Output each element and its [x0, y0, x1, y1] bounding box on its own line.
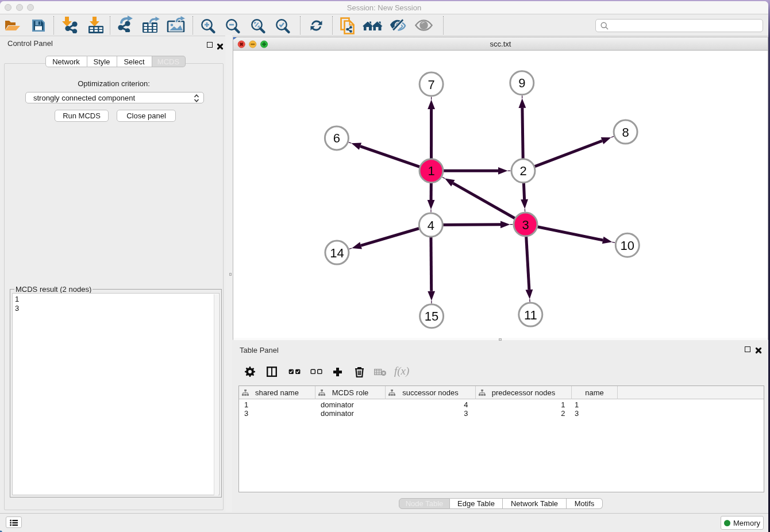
svg-text:14: 14	[330, 246, 344, 260]
svg-text:2: 2	[519, 164, 526, 178]
svg-text:3: 3	[522, 218, 529, 232]
svg-text:1: 1	[428, 164, 434, 178]
svg-text:11: 11	[524, 308, 537, 322]
svg-text:6: 6	[333, 131, 340, 145]
svg-text:15: 15	[425, 309, 438, 323]
svg-text:9: 9	[518, 76, 525, 90]
svg-text:10: 10	[621, 238, 634, 253]
svg-text:7: 7	[428, 78, 434, 92]
svg-text:4: 4	[428, 218, 434, 233]
svg-text:8: 8	[622, 125, 629, 140]
